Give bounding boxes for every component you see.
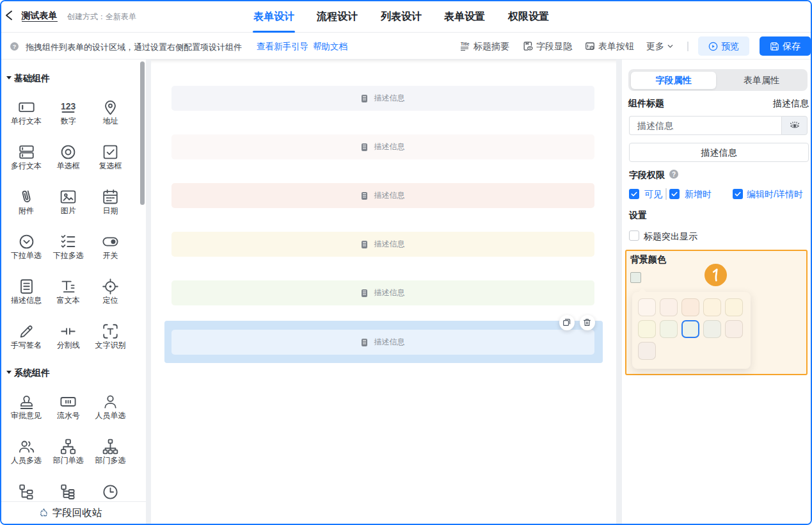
svg-text:123: 123: [61, 101, 76, 111]
svg-text:Title: Title: [461, 42, 470, 46]
